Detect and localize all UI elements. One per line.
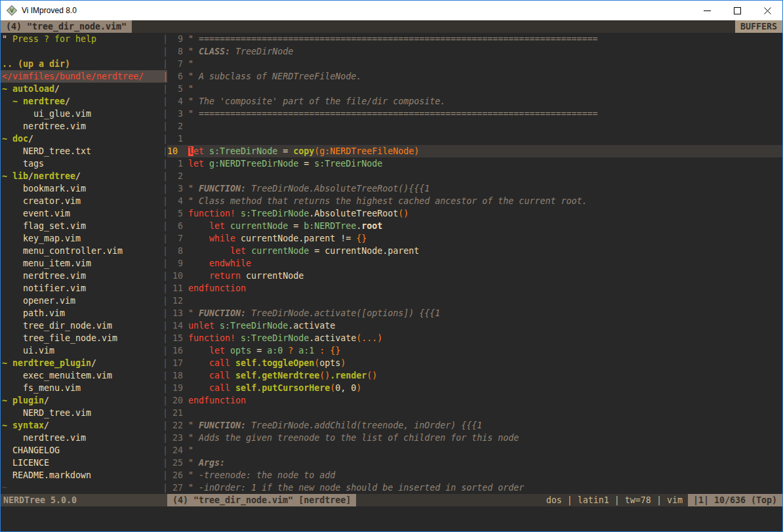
tree-row[interactable]: ~ lib/nerdtree/ (1, 170, 162, 182)
tree-row[interactable]: opener.vim (1, 295, 162, 307)
line-number: 9 (167, 34, 188, 44)
tree-row[interactable]: creator.vim (1, 195, 162, 207)
tree-row[interactable]: ~ syntax/ (1, 419, 162, 432)
tree-row[interactable]: menu_controller.vim (1, 245, 162, 257)
line-number: 1 (167, 159, 188, 169)
code-row[interactable]: 6 let currentNode = b:NERDTree.root (167, 220, 782, 232)
tree-row[interactable]: fs_menu.vim (1, 382, 162, 394)
line-number: 8 (167, 47, 188, 56)
code-row[interactable]: 7 while currentNode.parent != {} (167, 232, 782, 245)
code-row[interactable]: 9 " ====================================… (167, 33, 782, 45)
tree-row[interactable]: ~ nerdtree_plugin/ (1, 357, 162, 369)
tree-row[interactable]: tags (1, 157, 162, 170)
tab-tree-dir-node[interactable]: (4) "tree_dir_node.vim" (1, 20, 132, 33)
tree-row[interactable]: nerdtree.vim (1, 120, 162, 133)
code-row[interactable]: 3 " ====================================… (167, 108, 782, 120)
code-row[interactable]: 18 call self.getNerdtree().render() (167, 369, 782, 382)
tree-row[interactable]: README.markdown (1, 469, 162, 481)
tree-row[interactable]: " Press ? for help (1, 33, 162, 45)
tree-row[interactable]: nerdtree.vim (1, 270, 162, 282)
code-row[interactable]: 22 " FUNCTION: TreeDirNode.addChild(tree… (167, 419, 782, 432)
line-number: 10 (167, 271, 188, 281)
code-panel: 9 " ====================================… (167, 33, 782, 494)
code-row[interactable]: 8 let currentNode = currentNode.parent (167, 245, 782, 257)
tree-row[interactable]: tree_file_node.vim (1, 332, 162, 344)
code-row[interactable]: 5 function! s:TreeDirNode.AbsoluteTreeRo… (167, 207, 782, 220)
code-row[interactable]: 9 endwhile (167, 257, 782, 270)
tree-row[interactable]: ui.vim (1, 344, 162, 357)
code-row[interactable]: 4 " The 'composite' part of the file/dir… (167, 95, 782, 108)
code-row[interactable]: 10 return currentNode (167, 270, 782, 282)
code-row[interactable]: 20 endfunction (167, 394, 782, 407)
line-number: 6 (167, 72, 188, 81)
maximize-button[interactable] (722, 1, 752, 20)
code-row[interactable]: 1 let g:NERDTreeDirNode = s:TreeDirNode (167, 157, 782, 170)
tree-row[interactable]: path.vim (1, 307, 162, 319)
code-row[interactable]: 24 " (167, 444, 782, 457)
tree-row[interactable]: notifier.vim (1, 282, 162, 295)
code-row[interactable]: 21 (167, 407, 782, 419)
code-row[interactable]: 2 (167, 120, 782, 133)
window-separator[interactable]: ||||||||||||||||||||||||||||||||||||| (162, 33, 167, 494)
tree-row[interactable] (1, 45, 162, 58)
tree-row[interactable]: nerdtree.vim (1, 432, 162, 444)
tree-row[interactable]: ~ plugin/ (1, 394, 162, 407)
editor-content: " Press ? for help.. (up a dir)</vimfile… (1, 33, 782, 494)
code-row[interactable]: 3 " FUNCTION: TreeDirNode.AbsoluteTreeRo… (167, 182, 782, 195)
code-row[interactable]: 23 " Adds the given treenode to the list… (167, 432, 782, 444)
tree-row[interactable]: NERD_tree.vim (1, 407, 162, 419)
line-number: 2 (167, 121, 188, 131)
code-row[interactable]: 13 " FUNCTION: TreeDirNode.activate([opt… (167, 307, 782, 319)
code-row[interactable]: 7 " (167, 58, 782, 70)
code-row[interactable]: 19 call self.putCursorHere(0, 0) (167, 382, 782, 394)
code-row[interactable]: 4 " Class method that returns the highes… (167, 195, 782, 207)
tree-row[interactable]: CHANGELOG (1, 444, 162, 457)
code-row[interactable]: 6 " A subclass of NERDTreeFileNode. (167, 70, 782, 83)
tree-row[interactable]: </vimfiles/bundle/nerdtree/ (1, 70, 162, 83)
code-row[interactable]: 10 let s:TreeDirNode = copy(g:NERDTreeFi… (167, 145, 782, 157)
line-number: 3 (167, 184, 188, 194)
tree-row[interactable]: ui_glue.vim (1, 108, 162, 120)
statusline-filename: (4) "tree_dir_node.vim" [nerdtree] (167, 494, 356, 506)
line-number: 7 (167, 234, 188, 243)
tree-row[interactable]: flag_set.vim (1, 220, 162, 232)
line-number: 8 (167, 246, 188, 256)
active-statusline: (4) "tree_dir_node.vim" [nerdtree] dos |… (167, 494, 782, 506)
tree-row[interactable]: ~ doc/ (1, 133, 162, 145)
code-row[interactable]: 1 (167, 133, 782, 145)
command-line (1, 506, 782, 531)
tree-row[interactable]: ~ autoload/ (1, 83, 162, 95)
code-row[interactable]: 11 endfunction (167, 282, 782, 295)
code-row[interactable]: 16 let opts = a:0 ? a:1 : {} (167, 344, 782, 357)
code-row[interactable]: 2 (167, 170, 782, 182)
code-row[interactable]: 14 unlet s:TreeDirNode.activate (167, 319, 782, 332)
line-number: 19 (167, 383, 188, 393)
tree-row[interactable]: menu_item.vim (1, 257, 162, 270)
statusbar: NERDTree 5.0.0 (4) "tree_dir_node.vim" [… (1, 494, 782, 506)
titlebar: V Vi IMproved 8.0 (1, 1, 782, 20)
code-row[interactable]: 25 " Args: (167, 457, 782, 469)
tree-row[interactable]: tree_dir_node.vim (1, 319, 162, 332)
window-title: Vi IMproved 8.0 (22, 5, 692, 17)
code-row[interactable]: 5 " (167, 83, 782, 95)
tree-row[interactable]: ~ (1, 481, 162, 494)
code-row[interactable]: 12 (167, 295, 782, 307)
code-row[interactable]: 8 " CLASS: TreeDirNode (167, 45, 782, 58)
code-row[interactable]: 27 " -inOrder: 1 if the new node should … (167, 481, 782, 494)
tree-row[interactable]: key_map.vim (1, 232, 162, 245)
code-row[interactable]: 26 " -treenode: the node to add (167, 469, 782, 481)
code-row[interactable]: 17 call self.toggleOpen(opts) (167, 357, 782, 369)
code-row[interactable]: 15 function! s:TreeDirNode.activate(...) (167, 332, 782, 344)
close-button[interactable] (752, 1, 782, 20)
tree-row[interactable]: bookmark.vim (1, 182, 162, 195)
tree-row[interactable]: event.vim (1, 207, 162, 220)
line-number: 5 (167, 209, 188, 218)
tree-row[interactable]: LICENCE (1, 457, 162, 469)
tree-row[interactable]: ~ nerdtree/ (1, 95, 162, 108)
buffers-label: BUFFERS (735, 20, 782, 33)
nerdtree-statusline: NERDTree 5.0.0 (1, 494, 167, 506)
minimize-button[interactable] (692, 1, 722, 20)
tree-row[interactable]: exec_menuitem.vim (1, 369, 162, 382)
tree-row[interactable]: NERD_tree.txt (1, 145, 162, 157)
tree-row[interactable]: .. (up a dir) (1, 58, 162, 70)
